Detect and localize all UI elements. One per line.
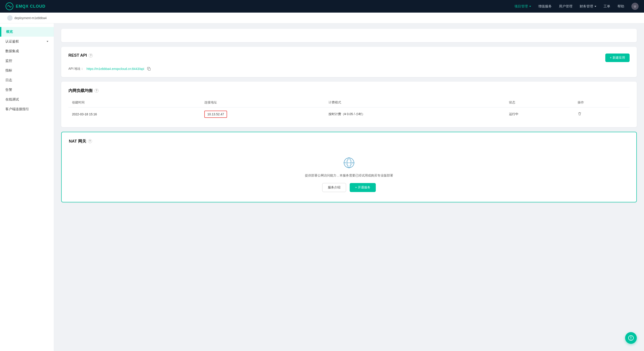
spacer-card xyxy=(61,29,637,42)
col-billing: 计费模式 xyxy=(325,98,506,107)
api-url-row: API 地址： https://m1ebbba4.emqxcloud.cn:84… xyxy=(68,67,630,71)
svg-point-9 xyxy=(354,162,354,163)
sidebar-item-logs[interactable]: 日志 xyxy=(0,75,54,85)
new-app-button[interactable]: + 新建应用 xyxy=(605,53,630,62)
breadcrumb-deployment-name: deployment-m1ebbba4 xyxy=(14,16,46,20)
load-balancer-table: 创建时间 连接地址 计费模式 状态 操作 2022-03-18 15:16 10… xyxy=(68,98,630,121)
nat-empty-icon xyxy=(342,156,356,170)
fab-button[interactable] xyxy=(625,332,637,344)
col-status: 状态 xyxy=(506,98,574,107)
nat-gateway-card: NAT 网关 ? 提供部署公网访问能力，本服务需要已经试用或购买专业版部署 服务… xyxy=(61,132,637,202)
nav-items: 项目管理 增值服务 用户管理 财务管理 工单 帮助 U xyxy=(514,3,638,10)
load-balancer-help-icon[interactable]: ? xyxy=(94,89,98,93)
main-layout: 概览 认证鉴权 数据集成 监控 指标 日志 告警 在线调试 客户端连接指引 xyxy=(0,23,644,351)
nat-help-icon[interactable]: ? xyxy=(88,139,92,143)
nav-item-value-added[interactable]: 增值服务 xyxy=(538,4,552,8)
top-navigation: EMQX CLOUD 项目管理 增值服务 用户管理 财务管理 工单 帮助 U xyxy=(0,0,644,12)
nav-item-help[interactable]: 帮助 xyxy=(618,4,624,8)
chevron-down-icon xyxy=(46,41,48,42)
load-balancer-card: 内网负载均衡 ? 创建时间 连接地址 计费模式 状态 操作 2022-03-18… xyxy=(61,82,637,127)
rest-api-help-icon[interactable]: ? xyxy=(89,53,93,57)
cell-address: 10.13.52.47 xyxy=(201,107,325,121)
nat-gateway-title: NAT 网关 ? xyxy=(69,138,629,144)
col-action: 操作 xyxy=(574,98,630,107)
sidebar-item-alarms[interactable]: 告警 xyxy=(0,85,54,95)
chevron-down-icon xyxy=(529,6,531,7)
ip-address-highlighted: 10.13.52.47 xyxy=(204,111,227,118)
rest-api-title: REST API ? xyxy=(68,53,93,58)
sidebar-item-connection-guide[interactable]: 客户端连接指引 xyxy=(0,104,54,114)
sidebar-item-metrics[interactable]: 指标 xyxy=(0,66,54,75)
nav-item-user-mgmt[interactable]: 用户管理 xyxy=(559,4,572,8)
svg-point-7 xyxy=(348,167,350,168)
nat-description: 提供部署公网访问能力，本服务需要已经试用或购买专业版部署 xyxy=(305,174,393,178)
sidebar-item-data-integration[interactable]: 数据集成 xyxy=(0,46,54,56)
logo-text: EMQX CLOUD xyxy=(16,4,46,9)
nav-item-project[interactable]: 项目管理 xyxy=(514,4,531,8)
avatar[interactable]: U xyxy=(632,3,638,10)
sidebar-item-online-debug[interactable]: 在线调试 xyxy=(0,95,54,104)
api-url-link[interactable]: https://m1ebbba4.emqxcloud.cn:8443/api xyxy=(86,67,144,71)
cell-status: 运行中 xyxy=(506,107,574,121)
logo-area: EMQX CLOUD xyxy=(6,2,46,10)
table-body: 2022-03-18 15:16 10.13.52.47 按时计费（¥ 0.05… xyxy=(68,107,630,121)
emqx-logo-icon xyxy=(6,2,14,10)
cell-billing: 按时计费（¥ 0.05 / 小时） xyxy=(325,107,506,121)
cell-created-time: 2022-03-18 15:16 xyxy=(68,107,201,121)
cell-action xyxy=(574,107,630,121)
load-balancer-title: 内网负载均衡 ? xyxy=(68,88,630,93)
svg-point-8 xyxy=(344,162,344,163)
col-created-time: 创建时间 xyxy=(68,98,201,107)
table-header-row: 创建时间 连接地址 计费模式 状态 操作 xyxy=(68,98,630,107)
chevron-down-icon xyxy=(594,6,596,7)
sidebar-item-overview[interactable]: 概览 xyxy=(0,27,54,37)
nav-item-ticket[interactable]: 工单 xyxy=(604,4,610,8)
sidebar: 概览 认证鉴权 数据集成 监控 指标 日志 告警 在线调试 客户端连接指引 xyxy=(0,23,54,351)
nav-item-finance[interactable]: 财务管理 xyxy=(580,4,596,8)
main-content: REST API ? + 新建应用 API 地址： https://m1ebbb… xyxy=(54,23,644,351)
breadcrumb-deployment-icon xyxy=(7,15,12,21)
sidebar-item-monitor[interactable]: 监控 xyxy=(0,56,54,66)
rest-api-header: REST API ? + 新建应用 xyxy=(68,53,630,62)
svg-point-6 xyxy=(348,157,350,158)
nat-activate-button[interactable]: + 开通服务 xyxy=(350,183,376,192)
api-label: API 地址： xyxy=(68,67,84,71)
delete-icon[interactable] xyxy=(578,112,582,117)
nat-intro-button[interactable]: 服务介绍 xyxy=(322,183,346,192)
rest-api-card: REST API ? + 新建应用 API 地址： https://m1ebbb… xyxy=(61,47,637,77)
breadcrumb: deployment-m1ebbba4 xyxy=(0,12,644,23)
sidebar-item-auth[interactable]: 认证鉴权 xyxy=(0,37,54,46)
nat-empty-state: 提供部署公网访问能力，本服务需要已经试用或购买专业版部署 服务介绍 + 开通服务 xyxy=(69,148,629,196)
svg-rect-1 xyxy=(148,68,150,70)
col-address: 连接地址 xyxy=(201,98,325,107)
copy-icon[interactable] xyxy=(147,67,151,71)
table-row: 2022-03-18 15:16 10.13.52.47 按时计费（¥ 0.05… xyxy=(68,107,630,121)
table-header: 创建时间 连接地址 计费模式 状态 操作 xyxy=(68,98,630,107)
nat-action-buttons: 服务介绍 + 开通服务 xyxy=(322,183,376,192)
